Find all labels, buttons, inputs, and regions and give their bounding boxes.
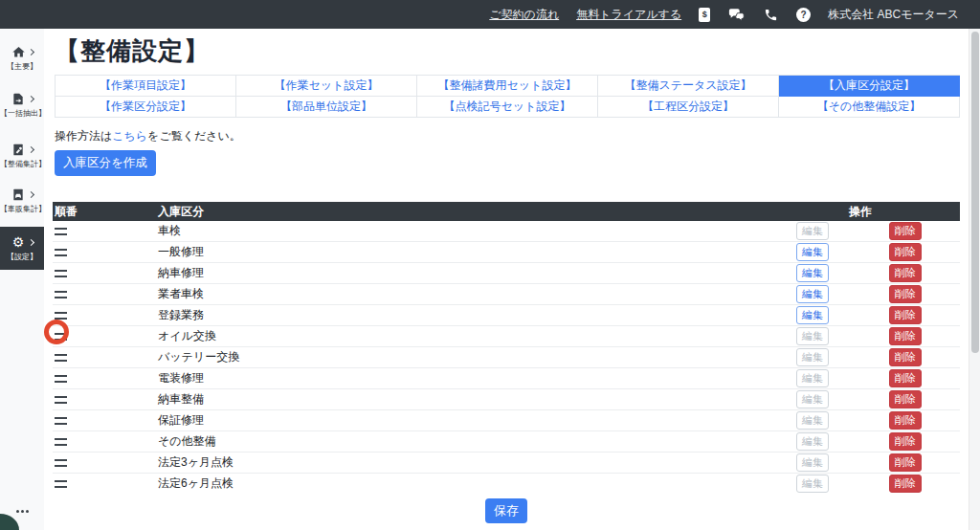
scrollbar-track[interactable] — [969, 29, 980, 530]
tab-cell[interactable]: 【点検記号セット設定】 — [417, 97, 598, 118]
table-row: 法定6ヶ月点検編集削除 — [53, 474, 960, 495]
chevron-right-icon — [28, 95, 34, 101]
delete-button[interactable]: 削除 — [889, 327, 922, 344]
drag-handle-icon[interactable] — [55, 459, 67, 467]
contract-flow-link[interactable]: ご契約の流れ — [489, 7, 559, 23]
chevron-right-icon — [28, 190, 34, 197]
export-icon — [11, 91, 26, 106]
sidebar-item-settings[interactable]: ⚙【設定】 — [0, 227, 44, 270]
tab-cell[interactable]: 【部品単位設定】 — [236, 97, 417, 118]
delete-button[interactable]: 削除 — [889, 285, 922, 302]
instruction-prefix: 操作方法は — [55, 129, 112, 143]
tab-cell[interactable]: 【作業セット設定】 — [236, 76, 417, 97]
category-table: 順番 入庫区分 操作 車検編集削除一般修理編集削除納車修理編集削除業者車検編集削… — [53, 202, 960, 495]
delete-button[interactable]: 削除 — [889, 369, 922, 386]
order-column-header: 順番 — [53, 204, 158, 220]
table-body: 車検編集削除一般修理編集削除納車修理編集削除業者車検編集削除登録業務編集削除オイ… — [53, 221, 960, 495]
sidebar-item-label: 【車販集計】 — [0, 204, 44, 214]
category-name: バッテリー交換 — [158, 349, 761, 365]
tab-cell[interactable]: 【作業項目設定】 — [56, 76, 236, 97]
tab-cell[interactable]: 【整備ステータス設定】 — [598, 76, 779, 97]
drag-handle-icon[interactable] — [55, 354, 67, 362]
sidebar-item-maintenance-summary[interactable]: 【整備集計】 — [0, 140, 44, 169]
sidebar-item-main[interactable]: 【主要】 — [0, 42, 44, 72]
table-row: オイル交換編集削除 — [53, 326, 960, 347]
edit-button[interactable]: 編集 — [796, 285, 829, 302]
delete-button[interactable]: 削除 — [889, 243, 922, 260]
report-car-icon — [11, 187, 26, 202]
delete-button[interactable]: 削除 — [889, 390, 922, 408]
delete-button[interactable]: 削除 — [889, 306, 922, 323]
drag-handle-icon[interactable] — [55, 417, 67, 425]
drag-handle-icon[interactable] — [55, 291, 67, 298]
tab-cell[interactable]: 【その他整備設定】 — [779, 97, 960, 118]
table-row: 電装修理編集削除 — [53, 368, 960, 389]
create-category-button[interactable]: 入庫区分を作成 — [55, 150, 156, 176]
tab-cell[interactable]: 【入庫区分設定】 — [779, 76, 960, 97]
tab-cell[interactable]: 【工程区分設定】 — [598, 97, 779, 118]
tab-cell[interactable]: 【作業区分設定】 — [56, 97, 236, 118]
category-name: 一般修理 — [158, 244, 761, 260]
delete-button[interactable]: 削除 — [889, 453, 922, 471]
main-content: 【整備設定】 【作業項目設定】【作業セット設定】【整備諸費用セット設定】【整備ス… — [44, 29, 969, 530]
free-trial-link[interactable]: 無料トライアルする — [576, 7, 681, 23]
table-row: 法定3ヶ月点検編集削除 — [53, 453, 960, 474]
actions-column-header: 操作 — [761, 204, 960, 220]
chat-icon[interactable] — [728, 8, 746, 22]
edit-button[interactable]: 編集 — [796, 327, 829, 344]
category-name: 法定6ヶ月点検 — [158, 475, 761, 492]
edit-button[interactable]: 編集 — [796, 306, 829, 323]
drag-handle-icon[interactable] — [55, 396, 67, 404]
edit-button[interactable]: 編集 — [796, 243, 829, 260]
instruction-suffix: をご覧ください。 — [147, 129, 241, 143]
category-name: 法定3ヶ月点検 — [158, 454, 761, 471]
drag-handle-icon[interactable] — [55, 438, 67, 446]
table-row: 車検編集削除 — [53, 221, 960, 242]
category-name: 保証修理 — [158, 412, 761, 429]
category-name: 納車修理 — [158, 265, 761, 281]
drag-handle-icon[interactable] — [55, 333, 67, 341]
drag-handle-icon[interactable] — [55, 312, 67, 320]
sidebar-item-batch-extract[interactable]: 【一括抽出】 — [0, 89, 44, 119]
table-row: 一般修理編集削除 — [53, 242, 960, 263]
drag-handle-icon[interactable] — [55, 375, 67, 383]
edit-button[interactable]: 編集 — [796, 348, 829, 365]
delete-button[interactable]: 削除 — [889, 222, 922, 239]
tab-cell[interactable]: 【整備諸費用セット設定】 — [417, 76, 598, 97]
drag-handle-icon[interactable] — [55, 480, 67, 488]
table-row: その他整備編集削除 — [53, 431, 960, 453]
edit-button[interactable]: 編集 — [796, 264, 829, 281]
category-column-header: 入庫区分 — [158, 204, 761, 220]
edit-button[interactable]: 編集 — [796, 411, 829, 429]
drag-handle-icon[interactable] — [55, 270, 67, 277]
delete-button[interactable]: 削除 — [889, 264, 922, 281]
sidebar: 【主要】【一括抽出】【整備集計】【車販集計】⚙【設定】 — [0, 29, 44, 530]
app-window: ご契約の流れ 無料トライアルする $ ? 株式会社 ABCモータース 【主要】【… — [0, 0, 980, 530]
table-row: 納車修理編集削除 — [53, 263, 960, 284]
edit-button[interactable]: 編集 — [796, 369, 829, 386]
edit-button[interactable]: 編集 — [796, 390, 829, 408]
help-icon[interactable]: ? — [796, 8, 811, 22]
edit-button[interactable]: 編集 — [796, 432, 829, 450]
delete-button[interactable]: 削除 — [889, 475, 922, 492]
sidebar-item-car-sales-summary[interactable]: 【車販集計】 — [0, 185, 44, 214]
delete-button[interactable]: 削除 — [889, 432, 922, 450]
category-name: 登録業務 — [158, 307, 761, 323]
phone-icon[interactable] — [764, 8, 778, 22]
drag-handle-icon[interactable] — [55, 228, 67, 235]
topbar: ご契約の流れ 無料トライアルする $ ? 株式会社 ABCモータース — [0, 0, 980, 29]
gear-icon: ⚙ — [11, 234, 26, 250]
help-link[interactable]: こちら — [112, 129, 147, 143]
table-row: 登録業務編集削除 — [53, 305, 960, 326]
edit-button[interactable]: 編集 — [796, 222, 829, 239]
edit-button[interactable]: 編集 — [796, 475, 829, 492]
edit-button[interactable]: 編集 — [796, 453, 829, 471]
drag-handle-icon[interactable] — [55, 249, 67, 256]
delete-button[interactable]: 削除 — [889, 348, 922, 365]
footer-bar: 保存 — [44, 493, 969, 530]
save-button[interactable]: 保存 — [485, 498, 527, 523]
scrollbar-thumb[interactable] — [971, 32, 979, 353]
chevron-right-icon — [28, 238, 34, 245]
delete-button[interactable]: 削除 — [889, 411, 922, 429]
invoice-icon[interactable]: $ — [699, 8, 710, 22]
